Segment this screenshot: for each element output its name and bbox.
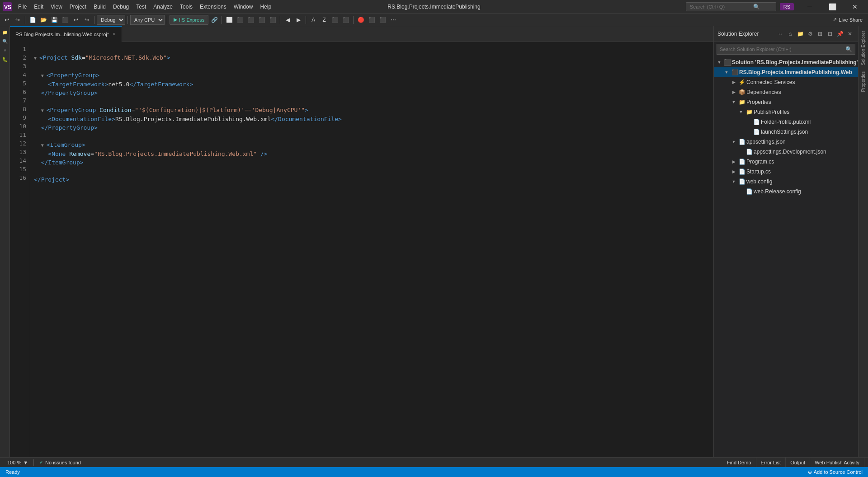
connected-services-expand-icon[interactable]: ▶ (730, 79, 737, 86)
dependencies-expand-icon[interactable]: ▶ (730, 89, 737, 96)
appsettings-expand-icon[interactable]: ▼ (730, 138, 737, 145)
toolbar-btn-10[interactable]: ⬛ (330, 15, 340, 25)
project-node[interactable]: ▼ ⬛ RS.Blog.Projects.ImmediatePublishing… (714, 67, 858, 77)
find-demo-tab[interactable]: Find Demo (722, 458, 756, 468)
right-sidebar-properties[interactable]: Properties (860, 69, 867, 95)
debug-config-select[interactable]: Debug (97, 15, 125, 25)
publishprofiles-node[interactable]: ▼ 📁 PublishProfiles (714, 107, 858, 117)
output-tab[interactable]: Output (786, 458, 810, 468)
webconfig-node[interactable]: ▼ 📄 web.config (714, 177, 858, 187)
zoom-dropdown-icon[interactable]: ▼ (23, 460, 28, 465)
error-list-tab[interactable]: Error List (756, 458, 786, 468)
se-pin-btn[interactable]: 📌 (835, 29, 844, 38)
menu-edit[interactable]: Edit (30, 2, 47, 12)
properties-expand-icon[interactable]: ▼ (730, 98, 737, 106)
attach-btn[interactable]: 🔗 (209, 15, 219, 25)
publishprofiles-expand-icon[interactable]: ▼ (737, 108, 745, 116)
platform-select[interactable]: Any CPU (130, 15, 165, 25)
right-sidebar-solution-explorer[interactable]: Solution Explorer (860, 28, 867, 68)
code-editor[interactable]: 1 2 3 4 5 6 7 8 9 10 11 12 13 14 15 16 ▼… (10, 42, 713, 457)
toolbar-btn-6[interactable]: ◀ (283, 15, 292, 25)
se-close-btn[interactable]: ✕ (845, 29, 854, 38)
menu-window[interactable]: Window (230, 2, 257, 12)
solution-node[interactable]: ▼ ⬛ Solution 'RS.Blog.Projects.Immediate… (714, 57, 858, 67)
dependencies-node[interactable]: ▶ 📦 Dependencies (714, 87, 858, 97)
appsettings-icon: 📄 (738, 138, 745, 145)
run-button[interactable]: ▶ IIS Express (170, 15, 208, 25)
folderprofile-icon: 📄 (753, 118, 760, 126)
toolbar-btn-1[interactable]: ⬜ (224, 15, 234, 25)
solution-expand-icon[interactable]: ▼ (716, 59, 723, 66)
toolbar-step-btn[interactable]: ⬛ (367, 15, 377, 25)
add-source-control-button[interactable]: ⊕ Add to Source Control (806, 469, 864, 475)
menu-build[interactable]: Build (90, 2, 109, 12)
toolbar-open-btn[interactable]: 📂 (38, 15, 48, 25)
se-collapse-btn[interactable]: ⊟ (826, 29, 835, 38)
program-expand-icon[interactable]: ▶ (730, 158, 737, 165)
toolbar-save-all-btn[interactable]: ⬛ (60, 15, 70, 25)
connected-services-node[interactable]: ▶ ⚡ Connected Services (714, 77, 858, 87)
menu-file[interactable]: File (14, 2, 30, 12)
se-header-buttons: ↔ ⌂ 📁 ⚙ ⊞ ⊟ 📌 ✕ (776, 29, 854, 38)
activity-explore-icon[interactable]: 📁 (1, 28, 9, 36)
menu-help[interactable]: Help (256, 2, 275, 12)
webconfig-expand-icon[interactable]: ▼ (730, 178, 737, 185)
toolbar-redo-btn[interactable]: ↪ (82, 15, 92, 25)
appsettings-dev-node[interactable]: 📄 appsettings.Development.json (714, 147, 858, 157)
zoom-value[interactable]: 100 % (7, 460, 21, 465)
minimize-button[interactable]: ─ (799, 0, 820, 14)
program-node[interactable]: ▶ 📄 Program.cs (714, 157, 858, 167)
close-button[interactable]: ✕ (844, 0, 865, 14)
se-filter-btn[interactable]: ⊞ (816, 29, 825, 38)
restore-button[interactable]: ⬜ (822, 0, 843, 14)
code-content[interactable]: ▼<Project Sdk="Microsoft.NET.Sdk.Web"> ▼… (30, 42, 713, 457)
tab-close-button[interactable]: × (112, 31, 116, 37)
toolbar-back-btn[interactable]: ↩ (2, 15, 12, 25)
search-input[interactable] (690, 4, 753, 9)
se-search-input[interactable] (720, 47, 844, 52)
toolbar-new-btn[interactable]: 📄 (28, 15, 38, 25)
toolbar-watch-btn[interactable]: ⬛ (377, 15, 387, 25)
menu-view[interactable]: View (47, 2, 66, 12)
launchsettings-node[interactable]: 📄 launchSettings.json (714, 127, 858, 137)
toolbar-btn-11[interactable]: ⬛ (341, 15, 351, 25)
menu-project[interactable]: Project (66, 2, 90, 12)
folderprofile-node[interactable]: 📄 FolderProfile.pubxml (714, 117, 858, 127)
menu-extensions[interactable]: Extensions (196, 2, 230, 12)
toolbar-btn-8[interactable]: A (308, 15, 318, 25)
toolbar-bp-btn[interactable]: 🔴 (356, 15, 366, 25)
toolbar-undo-btn[interactable]: ↩ (71, 15, 81, 25)
toolbar-btn-7[interactable]: ▶ (293, 15, 303, 25)
activity-debug-icon[interactable]: 🐛 (1, 55, 9, 63)
menu-test[interactable]: Test (132, 2, 150, 12)
search-box[interactable]: 🔍 (686, 2, 776, 11)
toolbar-btn-3[interactable]: ⬛ (246, 15, 256, 25)
toolbar-more-btn[interactable]: ⋯ (388, 15, 398, 25)
menu-debug[interactable]: Debug (109, 2, 132, 12)
activity-git-icon[interactable]: ⑂ (1, 46, 9, 54)
web-publish-activity-tab[interactable]: Web Publish Activity (810, 458, 864, 468)
se-settings-btn[interactable]: ⚙ (806, 29, 815, 38)
menu-tools[interactable]: Tools (176, 2, 196, 12)
toolbar-btn-2[interactable]: ⬛ (235, 15, 245, 25)
toolbar-btn-4[interactable]: ⬛ (257, 15, 267, 25)
toolbar-save-btn[interactable]: 💾 (49, 15, 59, 25)
active-editor-tab[interactable]: RS.Blog.Projects.Im...blishing.Web.cspro… (10, 26, 122, 42)
no-issues-indicator[interactable]: ✓ No issues found (36, 459, 85, 465)
startup-node[interactable]: ▶ 📄 Startup.cs (714, 167, 858, 177)
se-search-box[interactable]: 🔍 (717, 44, 855, 55)
appsettings-node[interactable]: ▼ 📄 appsettings.json (714, 137, 858, 147)
toolbar-btn-9[interactable]: Z (319, 15, 329, 25)
se-sync-btn[interactable]: ↔ (776, 29, 785, 38)
project-expand-icon[interactable]: ▼ (723, 69, 730, 76)
properties-node[interactable]: ▼ 📁 Properties (714, 97, 858, 107)
menu-analyze[interactable]: Analyze (150, 2, 176, 12)
toolbar-forward-btn[interactable]: ↪ (13, 15, 23, 25)
webrelease-node[interactable]: 📄 web.Release.config (714, 187, 858, 196)
startup-expand-icon[interactable]: ▶ (730, 168, 737, 175)
activity-search-icon[interactable]: 🔍 (1, 37, 9, 45)
live-share-button[interactable]: ↗ Live Share (829, 16, 866, 23)
se-folder-btn[interactable]: 📁 (796, 29, 805, 38)
se-home-btn[interactable]: ⌂ (786, 29, 795, 38)
toolbar-btn-5[interactable]: ⬛ (268, 15, 278, 25)
